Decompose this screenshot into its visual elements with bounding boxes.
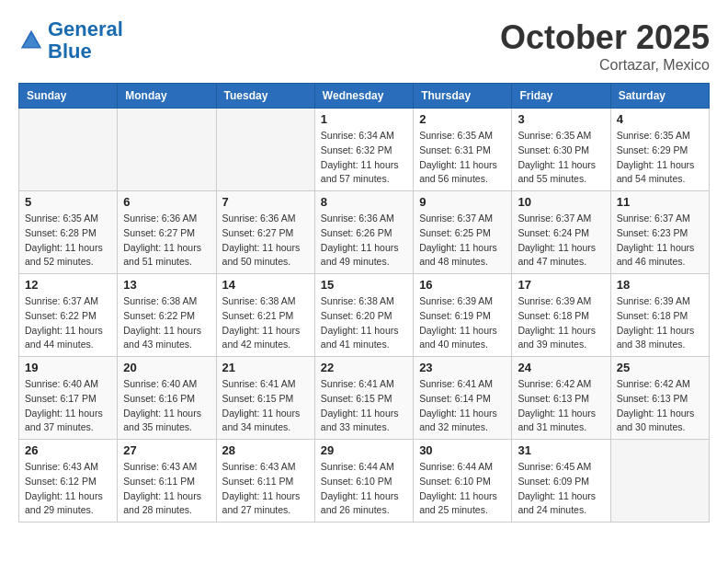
weekday-header-row: SundayMondayTuesdayWednesdayThursdayFrid… xyxy=(19,84,710,109)
calendar-cell: 30Sunrise: 6:44 AM Sunset: 6:10 PM Dayli… xyxy=(414,440,512,523)
calendar-cell: 22Sunrise: 6:41 AM Sunset: 6:15 PM Dayli… xyxy=(314,357,413,440)
day-info: Sunrise: 6:36 AM Sunset: 6:27 PM Dayligh… xyxy=(123,212,210,270)
location: Cortazar, Mexico xyxy=(500,57,710,74)
calendar-cell: 2Sunrise: 6:35 AM Sunset: 6:31 PM Daylig… xyxy=(414,109,512,191)
weekday-header: Sunday xyxy=(19,84,118,109)
day-number: 21 xyxy=(222,361,309,374)
day-info: Sunrise: 6:35 AM Sunset: 6:30 PM Dayligh… xyxy=(518,129,604,187)
day-info: Sunrise: 6:37 AM Sunset: 6:24 PM Dayligh… xyxy=(518,212,604,270)
calendar-cell: 20Sunrise: 6:40 AM Sunset: 6:16 PM Dayli… xyxy=(118,357,216,440)
day-number: 15 xyxy=(321,278,407,292)
calendar-cell: 28Sunrise: 6:43 AM Sunset: 6:11 PM Dayli… xyxy=(216,440,314,523)
calendar-cell: 29Sunrise: 6:44 AM Sunset: 6:10 PM Dayli… xyxy=(314,440,413,523)
calendar-cell: 27Sunrise: 6:43 AM Sunset: 6:11 PM Dayli… xyxy=(118,440,216,523)
day-number: 30 xyxy=(419,443,506,457)
day-number: 14 xyxy=(222,278,309,292)
day-info: Sunrise: 6:40 AM Sunset: 6:17 PM Dayligh… xyxy=(25,377,111,435)
day-number: 29 xyxy=(321,443,407,457)
day-number: 24 xyxy=(518,361,604,374)
day-number: 8 xyxy=(321,195,407,209)
day-info: Sunrise: 6:35 AM Sunset: 6:31 PM Dayligh… xyxy=(419,129,506,187)
day-number: 17 xyxy=(518,278,604,292)
calendar-cell: 18Sunrise: 6:39 AM Sunset: 6:18 PM Dayli… xyxy=(610,274,709,357)
calendar-cell: 13Sunrise: 6:38 AM Sunset: 6:22 PM Dayli… xyxy=(118,274,216,357)
weekday-header: Tuesday xyxy=(216,84,314,109)
day-number: 22 xyxy=(321,361,407,374)
day-info: Sunrise: 6:43 AM Sunset: 6:11 PM Dayligh… xyxy=(123,460,210,518)
calendar-cell: 21Sunrise: 6:41 AM Sunset: 6:15 PM Dayli… xyxy=(216,357,314,440)
calendar-cell: 12Sunrise: 6:37 AM Sunset: 6:22 PM Dayli… xyxy=(19,274,118,357)
page-header: General Blue October 2025 Cortazar, Mexi… xyxy=(18,18,710,74)
day-info: Sunrise: 6:45 AM Sunset: 6:09 PM Dayligh… xyxy=(518,460,604,518)
calendar-cell: 11Sunrise: 6:37 AM Sunset: 6:23 PM Dayli… xyxy=(610,191,709,274)
day-info: Sunrise: 6:37 AM Sunset: 6:22 PM Dayligh… xyxy=(25,294,111,352)
day-number: 13 xyxy=(123,278,210,292)
weekday-header: Monday xyxy=(118,84,216,109)
calendar-cell: 5Sunrise: 6:35 AM Sunset: 6:28 PM Daylig… xyxy=(19,191,118,274)
logo-text: General Blue xyxy=(48,18,123,63)
calendar-cell: 15Sunrise: 6:38 AM Sunset: 6:20 PM Dayli… xyxy=(314,274,413,357)
calendar-cell: 25Sunrise: 6:42 AM Sunset: 6:13 PM Dayli… xyxy=(610,357,709,440)
day-info: Sunrise: 6:36 AM Sunset: 6:26 PM Dayligh… xyxy=(321,212,407,270)
day-number: 1 xyxy=(321,112,407,126)
day-info: Sunrise: 6:40 AM Sunset: 6:16 PM Dayligh… xyxy=(123,377,210,435)
calendar-cell: 3Sunrise: 6:35 AM Sunset: 6:30 PM Daylig… xyxy=(512,109,610,191)
day-info: Sunrise: 6:37 AM Sunset: 6:25 PM Dayligh… xyxy=(419,212,506,270)
day-info: Sunrise: 6:41 AM Sunset: 6:15 PM Dayligh… xyxy=(222,377,309,435)
day-info: Sunrise: 6:35 AM Sunset: 6:28 PM Dayligh… xyxy=(25,212,111,270)
day-number: 4 xyxy=(617,112,703,126)
day-number: 16 xyxy=(419,278,506,292)
day-info: Sunrise: 6:36 AM Sunset: 6:27 PM Dayligh… xyxy=(222,212,309,270)
calendar-week-row: 12Sunrise: 6:37 AM Sunset: 6:22 PM Dayli… xyxy=(19,274,710,357)
calendar-cell: 1Sunrise: 6:34 AM Sunset: 6:32 PM Daylig… xyxy=(314,109,413,191)
weekday-header: Friday xyxy=(512,84,610,109)
calendar-week-row: 26Sunrise: 6:43 AM Sunset: 6:12 PM Dayli… xyxy=(19,440,710,523)
calendar-cell: 14Sunrise: 6:38 AM Sunset: 6:21 PM Dayli… xyxy=(216,274,314,357)
calendar-cell: 17Sunrise: 6:39 AM Sunset: 6:18 PM Dayli… xyxy=(512,274,610,357)
month-title: October 2025 xyxy=(500,18,710,57)
day-number: 11 xyxy=(617,195,703,209)
calendar-cell xyxy=(118,109,216,191)
calendar-cell: 7Sunrise: 6:36 AM Sunset: 6:27 PM Daylig… xyxy=(216,191,314,274)
calendar-cell: 8Sunrise: 6:36 AM Sunset: 6:26 PM Daylig… xyxy=(314,191,413,274)
day-info: Sunrise: 6:37 AM Sunset: 6:23 PM Dayligh… xyxy=(617,212,703,270)
day-number: 26 xyxy=(25,443,111,457)
day-number: 28 xyxy=(222,443,309,457)
day-number: 20 xyxy=(123,361,210,374)
calendar-cell: 24Sunrise: 6:42 AM Sunset: 6:13 PM Dayli… xyxy=(512,357,610,440)
calendar-cell: 9Sunrise: 6:37 AM Sunset: 6:25 PM Daylig… xyxy=(414,191,512,274)
calendar-cell: 26Sunrise: 6:43 AM Sunset: 6:12 PM Dayli… xyxy=(19,440,118,523)
day-number: 3 xyxy=(518,112,604,126)
day-info: Sunrise: 6:43 AM Sunset: 6:11 PM Dayligh… xyxy=(222,460,309,518)
day-info: Sunrise: 6:42 AM Sunset: 6:13 PM Dayligh… xyxy=(617,377,703,435)
day-number: 25 xyxy=(617,361,703,374)
day-info: Sunrise: 6:38 AM Sunset: 6:21 PM Dayligh… xyxy=(222,294,309,352)
logo: General Blue xyxy=(18,18,123,63)
day-number: 18 xyxy=(617,278,703,292)
day-number: 2 xyxy=(419,112,506,126)
day-number: 23 xyxy=(419,361,506,374)
day-info: Sunrise: 6:43 AM Sunset: 6:12 PM Dayligh… xyxy=(25,460,111,518)
calendar-cell: 10Sunrise: 6:37 AM Sunset: 6:24 PM Dayli… xyxy=(512,191,610,274)
day-info: Sunrise: 6:39 AM Sunset: 6:18 PM Dayligh… xyxy=(518,294,604,352)
day-info: Sunrise: 6:39 AM Sunset: 6:19 PM Dayligh… xyxy=(419,294,506,352)
calendar-week-row: 1Sunrise: 6:34 AM Sunset: 6:32 PM Daylig… xyxy=(19,109,710,191)
calendar-table: SundayMondayTuesdayWednesdayThursdayFrid… xyxy=(18,83,710,523)
day-info: Sunrise: 6:39 AM Sunset: 6:18 PM Dayligh… xyxy=(617,294,703,352)
day-number: 10 xyxy=(518,195,604,209)
weekday-header: Saturday xyxy=(610,84,709,109)
calendar-cell xyxy=(610,440,709,523)
calendar-cell: 6Sunrise: 6:36 AM Sunset: 6:27 PM Daylig… xyxy=(118,191,216,274)
calendar-cell: 19Sunrise: 6:40 AM Sunset: 6:17 PM Dayli… xyxy=(19,357,118,440)
calendar-cell: 16Sunrise: 6:39 AM Sunset: 6:19 PM Dayli… xyxy=(414,274,512,357)
day-number: 6 xyxy=(123,195,210,209)
day-number: 9 xyxy=(419,195,506,209)
title-block: October 2025 Cortazar, Mexico xyxy=(500,18,710,74)
weekday-header: Thursday xyxy=(414,84,512,109)
calendar-week-row: 19Sunrise: 6:40 AM Sunset: 6:17 PM Dayli… xyxy=(19,357,710,440)
day-number: 31 xyxy=(518,443,604,457)
calendar-cell xyxy=(216,109,314,191)
day-number: 5 xyxy=(25,195,111,209)
day-info: Sunrise: 6:42 AM Sunset: 6:13 PM Dayligh… xyxy=(518,377,604,435)
day-info: Sunrise: 6:41 AM Sunset: 6:15 PM Dayligh… xyxy=(321,377,407,435)
